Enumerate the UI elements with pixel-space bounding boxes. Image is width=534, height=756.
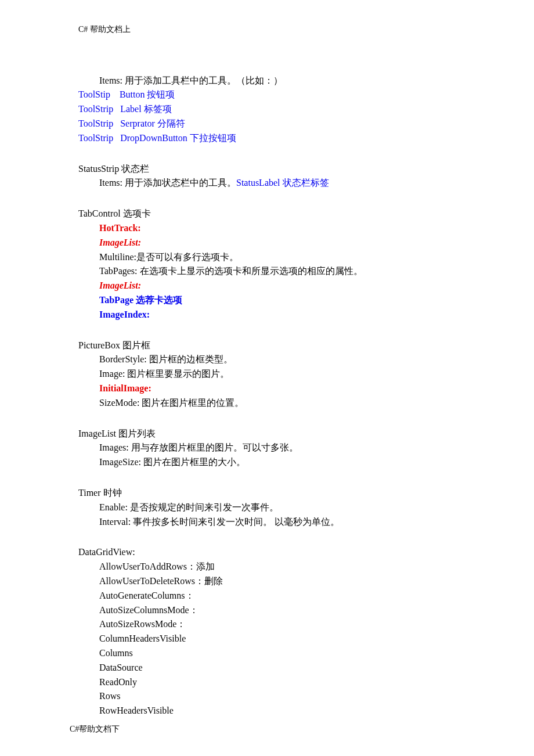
tabcontrol-multiline: Multiline:是否可以有多行选项卡。 [78,250,464,265]
tabcontrol-tabpages: TabPages: 在选项卡上显示的选项卡和所显示选项的相应的属性。 [78,264,464,279]
document-page: C# 帮助文档上 Items: 用于添加工具栏中的工具。（比如：） ToolSt… [0,0,534,756]
dgv-prop: ReadOnly [78,675,464,690]
items-description: Items: 用于添加工具栏中的工具。（比如：） [78,74,464,88]
dgv-prop: AllowUserToAddRows：添加 [78,560,464,574]
toolstrip-link-separator[interactable]: ToolStrip Serprator 分隔符 [78,117,464,131]
datagridview-title: DataGridView: [78,545,464,560]
toolstrip-link-dropdown[interactable]: ToolStrip DropDownButton 下拉按钮项 [78,131,464,146]
dgv-prop: AutoSizeColumnsMode： [78,603,464,618]
tabcontrol-title: TabControl 选项卡 [78,207,464,221]
dgv-prop: ColumnHeadersVisible [78,632,464,646]
imagelist-imagesize: ImageSize: 图片在图片框里的大小。 [78,455,464,470]
picturebox-borderstyle: BorderStyle: 图片框的边框类型。 [78,352,464,367]
statusstrip-items-prefix: Items: 用于添加状态栏中的工具。 [99,178,236,188]
toolstrip-link-label[interactable]: ToolStrip Label 标签项 [78,102,464,117]
dgv-prop: DataSource [78,661,464,675]
dgv-prop: RowHeadersVisible [78,704,464,718]
timer-interval: Interval: 事件按多长时间来引发一次时间。 以毫秒为单位。 [78,515,464,530]
page-header: C# 帮助文档上 [78,23,464,36]
dgv-prop: AutoGenerateColumns： [78,589,464,603]
dgv-prop: AutoSizeRowsMode： [78,617,464,632]
imagelist-title: ImageList 图片列表 [78,427,464,441]
picturebox-sizemode: SizeMode: 图片在图片框里的位置。 [78,396,464,411]
timer-enable: Enable: 是否按规定的时间来引发一次事件。 [78,501,464,515]
picturebox-image: Image: 图片框里要显示的图片。 [78,367,464,381]
page-footer: C#帮助文档下 [70,723,120,736]
tabcontrol-imagelist-1: ImageList: [78,236,464,250]
statusstrip-items: Items: 用于添加状态栏中的工具。StatusLabel 状态栏标签 [78,176,464,190]
tabcontrol-imageindex: ImageIndex: [78,308,464,322]
statuslabel-link[interactable]: StatusLabel 状态栏标签 [236,178,329,188]
statusstrip-title: StatusStrip 状态栏 [78,162,464,177]
tabcontrol-hottrack: HotTrack: [78,221,464,236]
imagelist-images: Images: 用与存放图片框里的图片。可以寸多张。 [78,441,464,455]
timer-title: Timer 时钟 [78,486,464,501]
dgv-prop: Rows [78,689,464,704]
tabcontrol-imagelist-2: ImageList: [78,279,464,293]
picturebox-initialimage: InitialImage: [78,381,464,396]
picturebox-title: PictureBox 图片框 [78,339,464,353]
dgv-prop: Columns [78,646,464,661]
toolstrip-link-button[interactable]: ToolStip Button 按钮项 [78,88,464,102]
tabcontrol-tabpage: TabPage 选荐卡选项 [78,293,464,308]
dgv-prop: AllowUserToDeleteRows：删除 [78,574,464,589]
